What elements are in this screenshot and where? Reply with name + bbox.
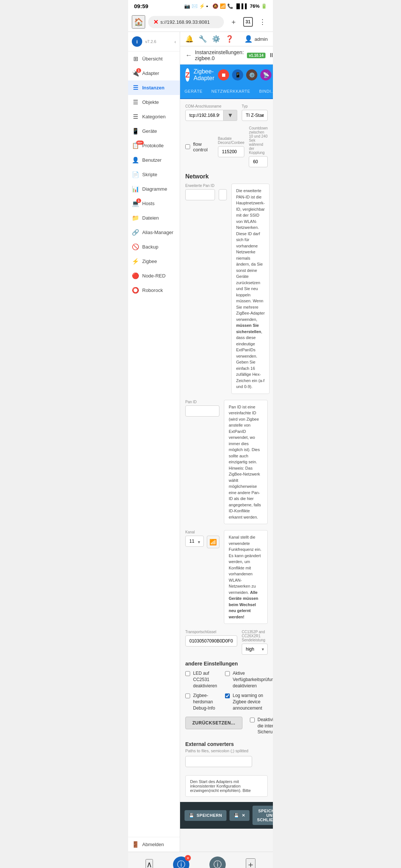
sidebar-item-alias[interactable]: 🔗 Alias-Manager xyxy=(128,225,180,240)
kanal-info: Kanal stellt die verwendete Funkfrequenz… xyxy=(224,530,268,624)
sidebar-item-label: Zigbee xyxy=(142,259,157,264)
notification-icon[interactable]: 🔔 xyxy=(185,35,193,43)
stop-icon[interactable]: ⏹ xyxy=(218,69,229,80)
breadcrumb-actions: ⏸ 🔄 info ✏️ xyxy=(268,52,273,59)
sidebar-item-adapter[interactable]: 🔌 Adapter 1 xyxy=(128,66,180,80)
sidebar-item-scripts[interactable]: 📄 Skripte xyxy=(128,167,180,182)
help-icon[interactable]: ❓ xyxy=(225,35,234,43)
add-tab-button[interactable]: ＋ xyxy=(246,858,255,868)
tab-count-button[interactable]: 31 xyxy=(243,17,253,27)
user-menu[interactable]: 👤 admin xyxy=(244,35,268,43)
reset-button[interactable]: ZURÜCKSETZEN... xyxy=(185,717,242,729)
save-button[interactable]: 💾 SPEICHERN xyxy=(185,810,226,821)
com-port-row: COM-Anschlussname ▼ Typ TI Z-Stack/CCxxx… xyxy=(185,104,268,121)
zigbee-icon: ⚡ xyxy=(132,258,139,265)
fab-button[interactable]: ⓘ ✕ xyxy=(173,857,189,868)
adapter-header: Z Zigbee-Adapter ⏹ 📱 ⚙️ 📡 ⊞ ✓ xyxy=(180,65,273,85)
kanal-left: Kanal 11 📶 xyxy=(185,530,219,624)
menu-button[interactable]: ⋮ xyxy=(256,15,269,29)
flow-control-checkbox[interactable] xyxy=(185,144,190,149)
sidebar-item-files[interactable]: 📁 Dateien xyxy=(128,211,180,225)
adapter-title: Zigbee-Adapter xyxy=(193,68,214,82)
countdown-input[interactable] xyxy=(249,156,268,167)
sidebar-item-users[interactable]: 👤 Benutzer xyxy=(128,153,180,167)
back-button[interactable]: ← xyxy=(185,52,192,59)
browser-actions: ＋ 31 ⋮ xyxy=(227,15,269,29)
ext-pan-id-left: Erweiterte Pan ID xyxy=(185,184,227,394)
scroll-up-button[interactable]: ∧ xyxy=(146,859,153,868)
config-icon[interactable]: ⚙️ xyxy=(246,69,257,80)
sidebar-item-protocols[interactable]: 📋 Protokolle 99+ xyxy=(128,138,180,153)
com-port-input[interactable] xyxy=(185,110,224,121)
sidebar-item-overview[interactable]: ⊞ Übersicht xyxy=(128,52,180,66)
external-converters-input[interactable] xyxy=(185,756,252,767)
sidebar-item-roborock[interactable]: ⭕ Roborock xyxy=(128,283,180,297)
sidebar-item-nodered[interactable]: 🔴 Node-RED xyxy=(128,269,180,283)
sidebar-item-zigbee[interactable]: ⚡ Zigbee xyxy=(128,254,180,269)
overview-icon: ⊞ xyxy=(132,55,139,62)
log-warning-checkbox[interactable] xyxy=(225,693,230,698)
ext-pan-id-input2[interactable] xyxy=(219,189,227,200)
ext-pan-id-input[interactable] xyxy=(185,189,215,200)
stop-loading-icon[interactable]: ✕ xyxy=(153,19,158,26)
cc-power-select[interactable]: high medium low xyxy=(242,644,268,655)
type-label: Typ xyxy=(242,104,268,108)
browser-bar: 🏠 ✕ s://192.168.99.33:8081 ＋ 31 ⋮ xyxy=(128,12,273,32)
sidebar-item-instances[interactable]: ☰ Instanzen xyxy=(128,80,180,95)
settings-icon[interactable]: ⚙️ xyxy=(212,35,220,43)
kanal-select[interactable]: 11 xyxy=(185,536,204,547)
discard-icon: 💾 xyxy=(234,813,239,818)
led-checkbox[interactable] xyxy=(185,671,190,676)
discard-button[interactable]: 💾 ✕ xyxy=(229,810,250,821)
broadcast-icon[interactable]: 📡 xyxy=(260,69,271,80)
internal-backup-checkbox[interactable] xyxy=(250,717,255,723)
sidebar-item-categories[interactable]: ☰ Kategorien xyxy=(128,109,180,124)
kanal-input-row: 11 📶 xyxy=(185,536,219,548)
tools-icon[interactable]: 🔧 xyxy=(199,35,207,43)
fab-close-badge[interactable]: ✕ xyxy=(185,855,191,861)
zigbee-debug-checkbox[interactable] xyxy=(185,693,190,698)
mobile-icon[interactable]: 📱 xyxy=(232,69,243,80)
tab-netzwerkkarte[interactable]: NETZWERKKARTE xyxy=(207,85,255,98)
save-icon: 💾 xyxy=(189,813,195,818)
ext-pan-id-info: Die erweiterte PAN-ID ist die Hauptnetzw… xyxy=(231,184,270,394)
com-port-browse-button[interactable]: ▼ xyxy=(224,110,237,121)
transport-key-label: Transportschlüssel xyxy=(185,630,237,634)
transport-key-input[interactable] xyxy=(185,635,237,647)
sidebar-item-hosts[interactable]: 💻 Hosts 1 xyxy=(128,196,180,211)
sidebar-header: i v7.2.6 ‹ xyxy=(128,32,180,52)
baudrate-input[interactable] xyxy=(218,146,245,157)
status-icons: 📷✉️⚡• 🔕📶📞 ▐▌▌▌🔕 📶 📞 📶 76% 76%🔋 xyxy=(184,3,267,9)
bottom-action-bar: 💾 SPEICHERN 💾 ✕ SPEICHERN UND SCHLIESSEN… xyxy=(180,802,273,829)
tab-geraete[interactable]: GERÄTE xyxy=(180,85,207,98)
avail-check-setting: Aktive Verfügbarkeitsprüfung deaktiviere… xyxy=(225,670,273,689)
app-logo: i xyxy=(132,36,142,47)
type-select[interactable]: TI Z-Stack/CCxxxx xyxy=(242,110,268,121)
new-tab-button[interactable]: ＋ xyxy=(227,15,240,29)
browser-bottom: ∧ ⓘ ✕ ⓘ ＋ xyxy=(128,852,273,868)
kanal-row: Kanal 11 📶 Kanal stellt die verwendete F… xyxy=(185,530,268,624)
sidebar-collapse-icon[interactable]: ‹ xyxy=(175,39,176,45)
sidebar-item-diagrams[interactable]: 📊 Diagramme xyxy=(128,182,180,196)
ext-pan-id-input-row xyxy=(185,189,227,200)
url-bar[interactable]: ✕ s://192.168.99.33:8081 xyxy=(148,16,224,28)
baudrate-group: Baudate Deconz/Conbee xyxy=(218,137,245,157)
sidebar-item-objects[interactable]: ☰ Objekte xyxy=(128,95,180,109)
signal-scan-button[interactable]: 📶 xyxy=(207,536,219,548)
version-badge: v1.10.14 xyxy=(247,53,266,58)
reset-row: ZURÜCKSETZEN... Deaktiviere die interne … xyxy=(185,717,268,735)
avail-check-checkbox[interactable] xyxy=(225,671,230,676)
sidebar-item-devices[interactable]: 📱 Geräte xyxy=(128,124,180,138)
save-close-button[interactable]: SPEICHERN UND SCHLIESSEN xyxy=(252,806,273,825)
pan-id-row: Pan ID Pan ID ist eine vereinfachte ID (… xyxy=(185,400,268,525)
second-fab-button[interactable]: ⓘ xyxy=(209,857,226,868)
objects-icon: ☰ xyxy=(132,99,139,106)
pan-id-input[interactable] xyxy=(185,405,219,417)
tab-bindi[interactable]: BINDI... xyxy=(255,85,273,98)
sidebar-item-label: Dateien xyxy=(142,215,159,221)
sidebar-item-logout[interactable]: 🚪 Abmelden xyxy=(128,837,180,852)
sidebar-item-label: Instanzen xyxy=(142,85,164,91)
home-button[interactable]: 🏠 xyxy=(132,15,145,29)
sidebar-item-backup[interactable]: 🚫 Backup xyxy=(128,240,180,254)
pause-icon[interactable]: ⏸ xyxy=(268,52,273,59)
